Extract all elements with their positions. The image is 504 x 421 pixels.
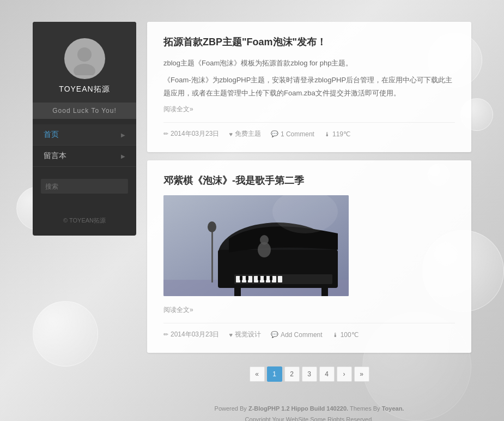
main-content: 拓源首款ZBP主题"Foam泡沫"发布！ zblog主题《Foam泡沫》模板为拓… [147,22,471,421]
svg-rect-7 [321,285,328,296]
footer-theme-link[interactable]: Toyean. [382,405,404,412]
edit-icon-2: ✏ [163,331,168,338]
post-excerpt-1a: zblog主题《Foam泡沫》模板为拓源首款zblog for php主题。 [163,57,455,69]
sidebar-nav: 首页 ▶ 留言本 ▶ [33,124,136,167]
avatar [64,38,105,79]
svg-rect-16 [278,276,282,282]
svg-rect-9 [236,276,240,282]
post-card-2: 邓紫棋《泡沫》-我是歌手第二季 [147,160,471,353]
pagination-ellipsis[interactable]: › [337,366,352,382]
footer-line1: Powered By Z-BlogPHP 1.2 Hippo Build 140… [147,404,471,414]
pagination-page-1[interactable]: 1 [267,366,282,382]
pagination: « 1 2 3 4 › » [147,361,471,387]
search-input-wrap: 🔍 [41,179,128,194]
svg-rect-19 [258,276,260,280]
meta-category-1: ♥ 免费主题 [229,129,261,139]
post-title-1: 拓源首款ZBP主题"Foam泡沫"发布！ [163,35,455,49]
meta-views-1: 🌡 119℃ [324,130,350,138]
post-title-2: 邓紫棋《泡沫》-我是歌手第二季 [163,174,455,187]
search-input[interactable] [41,179,128,194]
nav-arrow-icon: ▶ [121,132,125,138]
pagination-page-4[interactable]: 4 [319,366,335,382]
svg-rect-21 [270,276,272,280]
temp-icon-2: 🌡 [332,332,338,338]
page-wrapper: TOYEAN拓源 Good Luck To You! 首页 ▶ 留言本 ▶ 🔍 … [0,0,504,421]
comment-icon: 💬 [271,130,278,137]
sidebar-tagline: Good Luck To You! [33,103,136,119]
svg-rect-15 [272,276,276,282]
footer-line2: Copyright Your WebSite.Some Rights Reser… [147,414,471,421]
edit-icon: ✏ [163,130,168,137]
post-title-link-2[interactable]: 邓紫棋《泡沫》-我是歌手第二季 [163,175,304,186]
post-read-more-2[interactable]: 阅读全文» [163,305,193,315]
sidebar-item-home[interactable]: 首页 ▶ [33,124,136,146]
pagination-next[interactable]: » [354,366,369,382]
svg-point-25 [260,235,269,245]
post-excerpt-1b: 《Foam-泡沫》为zblogPHP主题，安装时请登录zblogPHP后台管理，… [163,74,455,99]
heart-icon: ♥ [229,131,233,137]
svg-rect-20 [264,276,266,280]
svg-rect-17 [240,276,242,280]
svg-point-23 [208,221,216,232]
post-meta-1: ✏ 2014年03月23日 ♥ 免费主题 💬 1 Comment 🌡 119℃ [163,122,455,139]
sidebar-item-guestbook[interactable]: 留言本 ▶ [33,146,136,167]
meta-comments-1: 💬 1 Comment [271,130,314,138]
pagination-page-3[interactable]: 3 [302,366,317,382]
pagination-prev[interactable]: « [250,366,265,382]
svg-rect-10 [242,276,246,282]
svg-point-1 [74,64,95,75]
sidebar-search-area: 🔍 [33,172,136,200]
sidebar-footer: © TOYEAN拓源 [63,200,106,225]
post-image-2 [163,195,349,296]
meta-views-2: 🌡 100℃ [332,331,359,339]
nav-guestbook-label: 留言本 [44,151,66,161]
nav-home-label: 首页 [44,130,59,140]
sidebar-header: TOYEAN拓源 [33,22,136,103]
svg-rect-18 [246,276,248,280]
post-meta-2: ✏ 2014年03月23日 ♥ 视觉设计 💬 Add Comment 🌡 100… [163,323,455,339]
svg-point-0 [77,47,92,62]
temp-icon: 🌡 [324,131,330,137]
post-card-1: 拓源首款ZBP主题"Foam泡沫"发布！ zblog主题《Foam泡沫》模板为拓… [147,22,471,152]
meta-date-1: ✏ 2014年03月23日 [163,129,219,139]
site-footer: Powered By Z-BlogPHP 1.2 Hippo Build 140… [147,395,471,421]
post-title-link-1[interactable]: 拓源首款ZBP主题"Foam泡沫"发布！ [163,37,326,47]
post-read-more-1[interactable]: 阅读全文» [163,105,193,114]
sidebar: TOYEAN拓源 Good Luck To You! 首页 ▶ 留言本 ▶ 🔍 … [33,22,136,236]
sidebar-username: TOYEAN拓源 [59,85,110,94]
nav-arrow-icon: ▶ [121,153,125,159]
svg-rect-14 [266,276,270,282]
svg-rect-6 [234,285,241,296]
svg-rect-22 [211,228,213,282]
svg-rect-11 [248,276,252,282]
meta-date-2: ✏ 2014年03月23日 [163,330,219,339]
svg-rect-13 [260,276,264,282]
pagination-page-2[interactable]: 2 [284,366,300,382]
svg-rect-12 [254,276,258,282]
meta-comments-2: 💬 Add Comment [271,331,323,339]
meta-category-2: ♥ 视觉设计 [229,330,261,339]
heart-icon-2: ♥ [229,332,233,338]
comment-icon-2: 💬 [271,331,278,338]
footer-zblog-link[interactable]: Z-BlogPHP 1.2 Hippo Build 140220. [248,405,348,412]
